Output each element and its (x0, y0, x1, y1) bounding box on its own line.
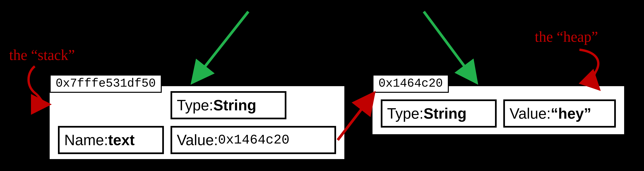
arrow-to-heap (424, 12, 477, 83)
stack-type-value: String (213, 98, 256, 113)
heap-value-cell: Value: “hey” (503, 99, 616, 128)
stack-name-label: Name: (64, 132, 108, 147)
stack-address-tag: 0x7fffe531df50 (50, 75, 162, 93)
stack-name-cell: Name: text (58, 126, 164, 154)
heap-address-tag: 0x1464c20 (372, 75, 449, 93)
stack-type-label: Type: (177, 98, 213, 113)
heap-label-arrow (580, 50, 599, 89)
heap-type-cell: Type: String (381, 99, 497, 128)
heap-type-value: String (424, 106, 466, 121)
heap-annotation: the “heap” (535, 28, 598, 45)
stack-type-cell: Type: String (170, 91, 286, 119)
heap-value-label: Value: (510, 106, 551, 121)
arrow-to-stack (192, 12, 248, 83)
stack-value-value: 0x1464c20 (218, 133, 290, 147)
heap-type-label: Type: (387, 106, 424, 121)
stack-value-label: Value: (177, 132, 218, 147)
heap-value-value: “hey” (551, 106, 591, 121)
stack-annotation: the “stack” (9, 46, 75, 63)
stack-label-arrow (29, 66, 50, 104)
stack-name-value: text (108, 132, 134, 147)
stack-value-cell: Value: 0x1464c20 (170, 126, 336, 154)
